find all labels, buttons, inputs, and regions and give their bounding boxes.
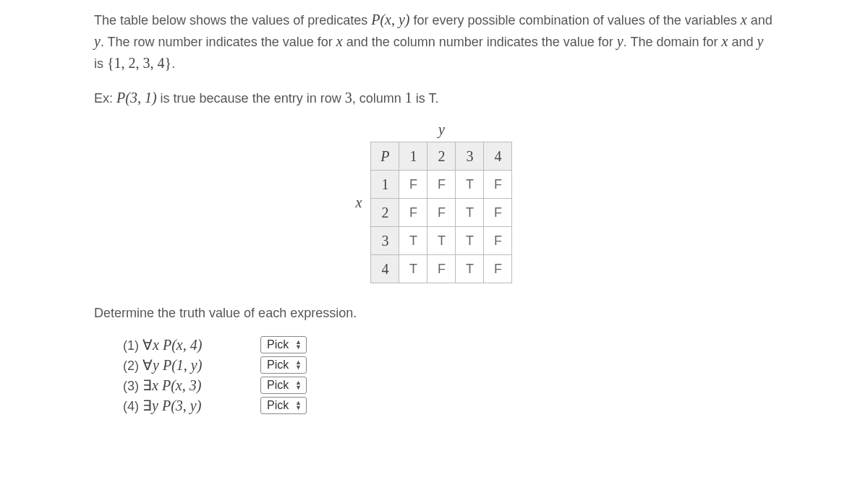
question-number: (1) <box>123 338 139 353</box>
cell-4-2: F <box>427 255 456 283</box>
quantifier: ∃ <box>142 377 152 393</box>
cell-1-3: T <box>456 171 484 199</box>
question-expression-2: (2) ∀y P(1, y) <box>123 356 260 374</box>
cell-3-4: F <box>484 227 512 255</box>
example-col: 1 <box>405 90 412 106</box>
table-corner: P <box>371 142 399 171</box>
intro-text-1: The table below shows the values of pred… <box>94 13 371 27</box>
table-row: 4 T F T F <box>371 255 512 283</box>
intro-text-8: . <box>171 56 175 71</box>
col-header-1: 1 <box>399 142 427 171</box>
truth-table: P 1 2 3 4 1 F F T F 2 F <box>370 142 512 283</box>
example-row: 3 <box>345 90 352 106</box>
determine-prompt: Determine the truth value of each expres… <box>94 304 774 323</box>
cell-2-4: F <box>484 199 512 227</box>
example-paragraph: Ex: P(3, 1) is true because the entry in… <box>94 87 774 108</box>
predicate: P(x, 4) <box>163 337 202 353</box>
predicate-symbol: P(x, y) <box>371 12 409 27</box>
col-header-4: 4 <box>484 142 512 171</box>
cell-1-2: F <box>427 171 456 199</box>
intro-paragraph: The table below shows the values of pred… <box>94 9 774 74</box>
example-mid2: , column <box>352 91 405 106</box>
var-y-2: y <box>617 33 624 49</box>
cell-1-1: F <box>399 171 427 199</box>
domain-set: {1, 2, 3, 4} <box>107 55 171 71</box>
question-row-4: (4) ∃y P(3, y) Pick ▲▼ <box>123 397 774 414</box>
var-y-1: y <box>94 33 101 49</box>
var-x-2: x <box>336 33 343 49</box>
picker-label: Pick <box>267 338 289 351</box>
questions-block: (1) ∀x P(x, 4) Pick ▲▼ (2) ∀y P(1, y) Pi… <box>123 336 774 414</box>
predicate: P(1, y) <box>163 357 202 373</box>
bound-var: x <box>153 337 159 353</box>
row-header-4: 4 <box>371 255 399 283</box>
cell-2-2: F <box>427 199 456 227</box>
question-number: (3) <box>123 379 139 393</box>
example-lead: Ex: <box>94 91 116 106</box>
answer-picker-1[interactable]: Pick ▲▼ <box>260 336 307 353</box>
intro-text-3b: and <box>728 35 757 49</box>
question-row-1: (1) ∀x P(x, 4) Pick ▲▼ <box>123 336 774 353</box>
cell-1-4: F <box>484 171 512 199</box>
quantifier: ∀ <box>142 337 153 353</box>
x-axis-label: x <box>356 194 362 211</box>
truth-table-wrap: x y P 1 2 3 4 1 F F T F <box>94 121 774 283</box>
stepper-icon: ▲▼ <box>295 400 302 411</box>
answer-picker-2[interactable]: Pick ▲▼ <box>260 356 307 374</box>
bound-var: y <box>153 357 159 373</box>
exercise-page: The table below shows the values of pred… <box>0 9 868 446</box>
intro-text-4: . The row number indicates the value for <box>101 35 336 49</box>
picker-label: Pick <box>267 359 289 372</box>
example-tail: is T. <box>412 91 439 106</box>
stepper-icon: ▲▼ <box>295 340 302 350</box>
row-header-2: 2 <box>371 199 399 227</box>
cell-2-1: F <box>399 199 427 227</box>
table-row: 1 F F T F <box>371 171 512 199</box>
quantifier: ∃ <box>142 398 152 413</box>
question-expression-4: (4) ∃y P(3, y) <box>123 397 260 414</box>
col-header-2: 2 <box>427 142 456 171</box>
row-header-1: 1 <box>371 171 399 199</box>
intro-text-7: is <box>94 56 107 71</box>
y-axis-label: y <box>438 121 445 137</box>
picker-label: Pick <box>267 399 289 412</box>
cell-2-3: T <box>456 199 484 227</box>
question-number: (4) <box>123 399 139 413</box>
col-header-3: 3 <box>456 142 484 171</box>
var-x-1: x <box>741 12 747 27</box>
intro-text-3: and <box>747 13 773 27</box>
row-header-3: 3 <box>371 227 399 255</box>
cell-4-1: T <box>399 255 427 283</box>
quantifier: ∀ <box>142 357 153 373</box>
question-expression-3: (3) ∃x P(x, 3) <box>123 377 260 394</box>
predicate: P(3, y) <box>162 398 201 413</box>
intro-text-5: and the column number indicates the valu… <box>343 35 617 49</box>
stepper-icon: ▲▼ <box>295 380 302 390</box>
stepper-icon: ▲▼ <box>295 360 302 370</box>
question-row-3: (3) ∃x P(x, 3) Pick ▲▼ <box>123 377 774 394</box>
example-predicate: P(3, 1) <box>116 90 157 106</box>
intro-text-2: for every possible combination of values… <box>410 13 741 27</box>
answer-picker-4[interactable]: Pick ▲▼ <box>260 397 307 414</box>
cell-3-3: T <box>456 227 484 255</box>
cell-3-1: T <box>399 227 427 255</box>
cell-4-3: T <box>456 255 484 283</box>
question-number: (2) <box>123 359 139 373</box>
cell-4-4: F <box>484 255 512 283</box>
table-row: 2 F F T F <box>371 199 512 227</box>
bound-var: x <box>152 377 158 393</box>
question-expression-1: (1) ∀x P(x, 4) <box>123 336 260 353</box>
answer-picker-3[interactable]: Pick ▲▼ <box>260 377 307 394</box>
predicate: P(x, 3) <box>162 377 201 393</box>
bound-var: y <box>152 398 158 413</box>
cell-3-2: T <box>427 227 456 255</box>
picker-label: Pick <box>267 379 289 392</box>
table-row: 3 T T T F <box>371 227 512 255</box>
question-row-2: (2) ∀y P(1, y) Pick ▲▼ <box>123 356 774 374</box>
example-mid: is true because the entry in row <box>157 91 345 106</box>
intro-text-6: . The domain for <box>624 35 722 49</box>
var-y-3: y <box>757 33 763 49</box>
